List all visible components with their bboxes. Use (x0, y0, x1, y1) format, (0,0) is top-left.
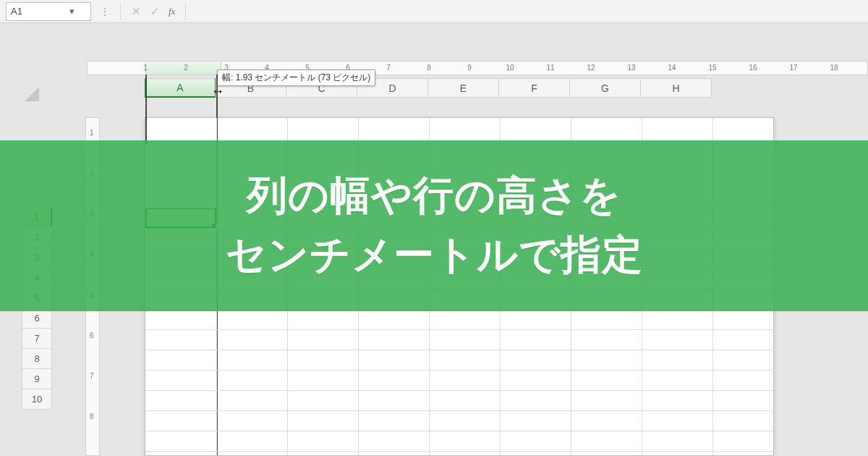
ruler-tick: 12 (587, 64, 595, 72)
ruler-tick: 7 (90, 372, 94, 380)
gridline (145, 431, 773, 431)
headline-banner: 列の幅や行の高さを センチメートルで指定 (0, 140, 868, 311)
headline-line-2: センチメートルで指定 (226, 228, 643, 283)
ruler-tick: 10 (506, 64, 514, 72)
fx-label[interactable]: fx (164, 6, 179, 17)
gridline (145, 350, 773, 350)
gridline (145, 329, 773, 330)
column-origin-guideline (145, 75, 147, 144)
divider (185, 3, 186, 20)
chevron-down-icon[interactable]: ▾ (48, 6, 90, 17)
formula-bar: A1 ▾ ⋮ ✕ ✓ fx (0, 0, 868, 23)
gridline (145, 390, 773, 391)
row-header-9[interactable]: 9 (22, 369, 52, 389)
gridline (145, 410, 773, 411)
ruler-tick: 6 (90, 332, 94, 339)
ruler-tick: 1 (90, 129, 94, 137)
column-header-e[interactable]: E (428, 78, 499, 98)
ruler-tick: 18 (830, 64, 838, 72)
headline-line-1: 列の幅や行の高さを (247, 169, 621, 224)
select-all-triangle[interactable] (0, 62, 43, 106)
row-header-10[interactable]: 10 (22, 389, 52, 410)
ruler-tick: 9 (467, 64, 472, 72)
row-header-6[interactable]: 6 (22, 308, 52, 329)
column-header-f[interactable]: F (499, 78, 570, 98)
column-header-a[interactable]: A (145, 78, 216, 98)
ruler-tick: 17 (789, 64, 797, 72)
row-header-7[interactable]: 7 (22, 329, 52, 349)
gridline (145, 451, 773, 452)
ruler-tick: 2 (184, 64, 188, 72)
column-header-h[interactable]: H (641, 78, 712, 98)
ruler-tick: 11 (546, 64, 554, 72)
cancel-button[interactable]: ✕ (127, 5, 145, 18)
confirm-button[interactable]: ✓ (145, 5, 164, 18)
ruler-tick: 8 (427, 64, 431, 72)
column-width-tooltip: 幅: 1.93 センチメートル (73 ピクセル) (217, 69, 375, 86)
ruler-tick: 14 (668, 64, 676, 72)
gridline (145, 370, 773, 371)
ruler-tick: 13 (627, 64, 635, 72)
ruler-tick: 7 (386, 64, 391, 72)
name-box[interactable]: A1 ▾ (6, 2, 91, 21)
name-box-value: A1 (7, 6, 48, 17)
column-header-g[interactable]: G (570, 78, 641, 98)
ruler-tick: 1 (143, 64, 148, 72)
divider (120, 3, 121, 20)
row-header-8[interactable]: 8 (22, 349, 52, 369)
horizontal-ruler[interactable]: 12345678910111213141516171819 (87, 61, 868, 75)
ruler-tick: 8 (90, 413, 94, 421)
ruler-tick: 15 (708, 64, 716, 72)
more-icon: ⋮ (95, 6, 114, 17)
worksheet-stage: 12345678910111213141516171819 12345678 A… (0, 23, 868, 456)
ruler-tick: 16 (749, 64, 757, 72)
